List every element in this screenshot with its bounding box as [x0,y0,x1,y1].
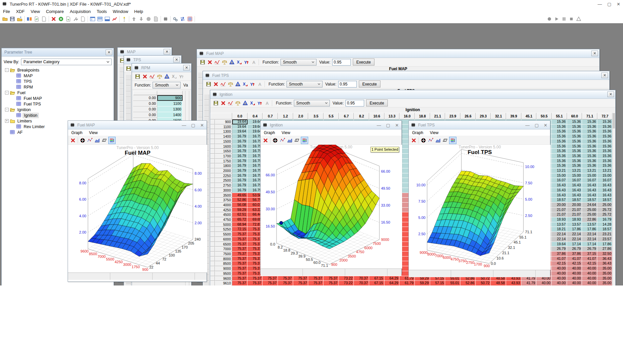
row-header[interactable]: 1600 [215,144,232,149]
ignition-cell[interactable]: 67.15 [369,276,384,281]
col-header[interactable]: 29.3 [476,113,491,119]
x-axis-button[interactable]: X [249,99,256,107]
ignition-cell[interactable]: 18.57 [567,198,582,203]
graph-area-button[interactable] [286,137,294,144]
ignition-cell[interactable]: 65.72 [232,217,248,222]
rpm-left-cell[interactable]: 0.00 [133,106,157,112]
ignition-cell[interactable]: 41.79 [521,281,537,285]
a-gray-button[interactable]: A [256,81,264,88]
menu-xdf[interactable]: XDF [13,8,28,15]
value-input[interactable] [332,59,351,66]
graph-points-button[interactable] [86,137,94,144]
close-icon[interactable]: ✕ [591,51,598,56]
tree-item-fuel-map[interactable]: Fuel MAP [4,95,112,101]
ignition-cell[interactable]: 70.37 [354,281,369,285]
close-icon[interactable]: ✕ [544,123,547,128]
execute-button[interactable]: Execute [366,99,388,106]
ignition-cell[interactable]: 15.36 [597,134,613,139]
chip-button[interactable] [162,15,169,23]
scales-button[interactable] [227,81,234,88]
delete-x-button[interactable] [141,73,149,80]
ignition-cell[interactable]: 40.00 [567,276,582,281]
delete-x-button[interactable] [212,81,220,88]
maximize-icon[interactable]: ▢ [386,123,390,128]
ignition-cell[interactable]: 17.86 [582,227,597,232]
row-header[interactable]: 6500 [215,242,232,247]
ignition-cell[interactable]: 15.36 [567,149,582,154]
new-doc-button[interactable] [79,15,87,23]
ignition-cell[interactable]: 13.57 [567,222,582,227]
delete-x-button[interactable] [262,137,269,144]
ignition-cell[interactable]: 15.36 [567,144,582,149]
ignition-cell[interactable]: 15.36 [582,134,597,139]
x-gray-button[interactable]: X [171,73,178,80]
ignition-cell[interactable]: 15.36 [582,144,597,149]
close-icon[interactable]: ✕ [200,123,204,128]
ignition-cell[interactable]: 16.43 [552,188,567,193]
ignition-cell[interactable]: 15.36 [597,139,613,144]
a-gray-button[interactable]: A [250,59,258,66]
value-input[interactable] [345,100,364,106]
ignition-cell[interactable]: 75.37 [248,281,263,285]
xdf-doc-button[interactable] [33,15,40,23]
ignition-cell[interactable]: 16.43 [567,183,582,188]
window-tile-button[interactable] [96,15,104,23]
ignition-graph-titlebar[interactable]: Ignition —▢✕ [261,121,401,129]
trace-button[interactable] [214,59,221,66]
col-header[interactable]: 39.9 [506,113,521,119]
ignition-cell[interactable]: 16.43 [567,188,582,193]
ignition-cell[interactable]: 22.14 [552,232,567,237]
row-header[interactable]: 2250 [215,173,232,178]
ignition-cell[interactable]: 75.37 [278,276,293,281]
ignition-cell[interactable]: 16.07 [552,178,567,183]
ignition-cell[interactable]: 21.07 [567,208,582,213]
menu-compare[interactable]: Compare [43,8,67,15]
ignition-cell[interactable]: 22.14 [582,237,597,242]
ignition-cell[interactable]: 43.93 [506,281,521,285]
function-select[interactable]: Smooth [281,59,316,66]
menu-help[interactable]: Help [131,8,146,15]
ignition-cell[interactable]: 15.36 [552,163,567,168]
ignition-cell[interactable]: 15.36 [582,163,597,168]
ignition-cell[interactable]: 68.94 [232,222,248,227]
row-header[interactable]: 7500 [215,252,232,257]
ignition-cell[interactable]: 16.43 [552,193,567,198]
close-icon[interactable]: ✕ [601,73,608,78]
ignition-cell[interactable]: 27.86 [597,247,613,252]
fuel-tps-graph-titlebar[interactable]: Fuel TPS —▢✕ [409,121,550,129]
ignition-cell[interactable]: 41.07 [582,257,597,262]
x-axis-button[interactable]: X [242,81,249,88]
row-header[interactable]: 5500 [215,232,232,237]
chart-button[interactable] [111,15,118,23]
row-header[interactable]: 1800 [215,163,232,168]
col-header[interactable]: 5.5 [323,113,339,119]
pause-button[interactable] [560,15,568,23]
ignition-cell[interactable]: 22.14 [582,232,597,237]
col-header[interactable]: 10.6 [369,113,384,119]
row-header[interactable]: 4250 [215,208,232,213]
ignition-cell[interactable]: 19.64 [232,129,248,134]
row-header[interactable]: 3750 [215,198,232,203]
menu-tools[interactable]: Tools [94,8,110,15]
ignition-cell[interactable]: 15.36 [567,129,582,134]
y-axis-button[interactable]: Y [243,59,250,66]
ignition-cell[interactable]: 75.37 [232,281,248,285]
ignition-cell[interactable]: 18.57 [552,198,567,203]
arrow-up-button[interactable] [130,15,138,23]
close-icon[interactable]: ✕ [164,49,170,55]
ignition-cell[interactable]: 25.72 [597,212,613,217]
col-header[interactable]: 23.9 [445,113,460,119]
ignition-cell[interactable]: 20.00 [567,203,582,208]
tree-item-tps[interactable]: TPS [4,79,112,84]
rpm-window-titlebar[interactable]: RPM ✕ [132,64,191,72]
save-olive-icon[interactable] [126,66,131,71]
ignition-cell[interactable]: 21.07 [552,208,567,213]
new-doc-button[interactable] [40,15,48,23]
ignition-cell[interactable]: 15.36 [567,154,582,159]
ignition-cell[interactable]: 15.00 [567,173,582,178]
add-circle-button[interactable] [57,15,65,23]
gears-button[interactable] [172,15,179,23]
ignition-cell[interactable]: 15.36 [597,144,613,149]
ignition-cell[interactable]: 52.86 [232,198,248,203]
ignition-cell[interactable]: 35.00 [597,266,613,271]
